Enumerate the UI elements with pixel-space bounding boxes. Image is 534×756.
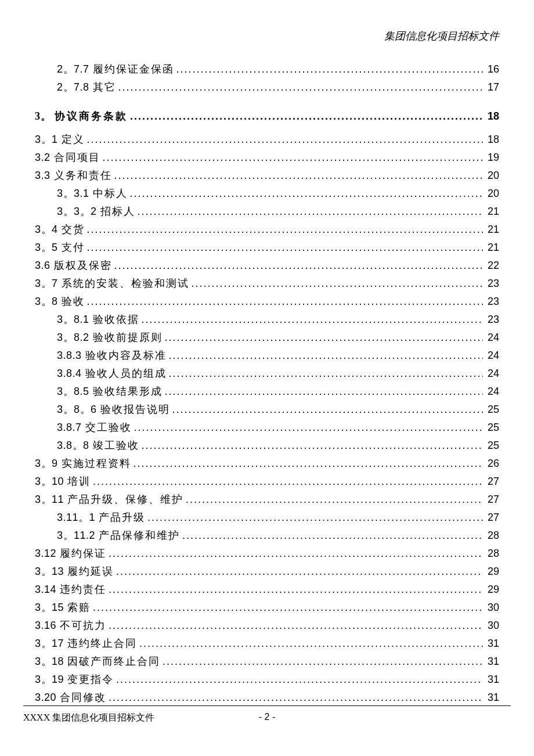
toc-entry-page: 19 — [485, 149, 499, 166]
toc-entry-page: 31 — [485, 671, 499, 688]
toc-entry-number: 3.8.4 — [57, 365, 82, 382]
toc-entry-title: 协议商务条款 — [55, 107, 128, 125]
toc-entry-number: 3.8。8 — [57, 437, 89, 454]
toc-entry-page: 23 — [485, 275, 499, 292]
toc-entry: 3.14违约责任29 — [35, 581, 499, 598]
toc-entry-title: 不可抗力 — [60, 617, 106, 634]
toc-entry-number: 3。17 — [35, 635, 64, 652]
toc-leader-dots — [109, 689, 483, 706]
toc-leader-dots — [109, 581, 483, 598]
toc-entry: 3。9实施过程资料26 — [35, 455, 499, 472]
toc-leader-dots — [139, 635, 483, 652]
toc-leader-dots — [87, 131, 483, 148]
toc-entry: 3。协议商务条款18 — [35, 107, 499, 125]
toc-entry-title: 系统的安装、检验和测试 — [62, 275, 189, 292]
toc-entry-page: 23 — [485, 293, 499, 310]
toc-entry-number: 3.12 — [35, 545, 56, 562]
toc-entry-page: 22 — [485, 257, 499, 274]
toc-entry: 3。8验收23 — [35, 293, 499, 310]
toc-entry-title: 中标人 — [93, 185, 128, 202]
toc-leader-dots — [87, 239, 483, 256]
toc-entry-title: 交工验收 — [85, 419, 132, 436]
toc-entry: 3。17违约终止合同31 — [35, 635, 499, 652]
toc-entry-number: 3.14 — [35, 581, 56, 598]
toc-leader-dots — [192, 275, 483, 292]
toc-entry: 3。18因破产而终止合同31 — [35, 653, 499, 670]
toc-entry-page: 28 — [485, 527, 499, 544]
toc-entry-page: 24 — [485, 365, 499, 382]
toc-leader-dots — [87, 221, 483, 238]
toc-entry-title: 交货 — [62, 221, 85, 238]
footer-right-spacer — [348, 712, 511, 724]
toc-entry-number: 3.2 — [35, 149, 50, 166]
toc-leader-dots — [134, 419, 483, 436]
toc-entry-title: 违约终止合同 — [67, 635, 137, 652]
toc-entry-number: 3.8.7 — [57, 419, 82, 436]
toc-entry-title: 因破产而终止合同 — [67, 653, 160, 670]
toc-entry: 3.3义务和责任20 — [35, 167, 499, 184]
toc-entry-number: 3.20 — [35, 689, 56, 706]
toc-entry: 3。4交货21 — [35, 221, 499, 238]
toc-leader-dots — [130, 107, 483, 125]
toc-entry: 3.8.3验收内容及标准24 — [35, 347, 499, 364]
toc-entry-title: 支付 — [62, 239, 85, 256]
toc-entry: 3.2合同项目19 — [35, 149, 499, 166]
toc-entry: 3。11产品升级、保修、维护27 — [35, 491, 499, 508]
toc-entry-number: 3。18 — [35, 653, 64, 670]
toc-entry-page: 28 — [485, 545, 499, 562]
toc-entry-title: 合同项目 — [54, 149, 100, 166]
toc-leader-dots — [182, 527, 483, 544]
toc-entry-page: 30 — [485, 599, 499, 616]
toc-leader-dots — [142, 311, 483, 328]
toc-leader-dots — [186, 491, 483, 508]
toc-leader-dots — [87, 293, 483, 310]
toc-entry-page: 25 — [485, 401, 499, 418]
toc-leader-dots — [116, 563, 483, 580]
toc-entry: 3.11。1产品升级27 — [35, 509, 499, 526]
toc-entry-page: 21 — [485, 203, 499, 220]
toc-entry-title: 验收前提原则 — [93, 329, 163, 346]
toc-entry-number: 3。9 — [35, 455, 58, 472]
toc-entry-number: 3。1 — [35, 131, 58, 148]
toc-entry-page: 24 — [485, 329, 499, 346]
toc-entry-title: 验收结果形成 — [93, 383, 163, 400]
toc-entry: 3。5支付21 — [35, 239, 499, 256]
toc-entry-title: 履约延误 — [67, 563, 114, 580]
toc-entry: 3.6版权及保密22 — [35, 257, 499, 274]
toc-entry: 3.12履约保证28 — [35, 545, 499, 562]
toc-leader-dots — [138, 203, 483, 220]
toc-entry-page: 30 — [485, 617, 499, 634]
toc-entry: 3。13履约延误29 — [35, 563, 499, 580]
footer-page-number: - 2 - — [186, 712, 348, 724]
footer-left-text: XXXX 集团信息化项目招标文件 — [23, 712, 186, 724]
toc-leader-dots — [176, 60, 483, 78]
toc-entry-page: 16 — [485, 60, 499, 78]
toc-leader-dots — [147, 509, 483, 526]
toc-entry-number: 3.16 — [35, 617, 56, 634]
toc-entry: 3.8.4验收人员的组成24 — [35, 365, 499, 382]
toc-entry-number: 3.6 — [35, 257, 50, 274]
toc-entry-number: 3。3。2 — [57, 203, 97, 220]
toc-leader-dots — [134, 455, 483, 472]
toc-entry-title: 变更指令 — [67, 671, 114, 688]
toc-leader-dots — [103, 149, 483, 166]
toc-leader-dots — [93, 473, 483, 490]
toc-leader-dots — [114, 167, 483, 184]
toc-leader-dots — [116, 671, 483, 688]
toc-entry: 3。11.2产品保修和维护28 — [35, 527, 499, 544]
toc-entry-title: 验收人员的组成 — [85, 365, 167, 382]
toc-entry: 2。7.7履约保证金保函16 — [35, 60, 499, 78]
toc-entry-page: 18 — [485, 131, 499, 148]
toc-entry: 3。8.5验收结果形成24 — [35, 383, 499, 400]
toc-entry-number: 3。8。6 — [57, 401, 97, 418]
toc-entry-number: 3。11 — [35, 491, 64, 508]
toc-entry-title: 产品升级 — [99, 509, 145, 526]
toc-leader-dots — [118, 78, 483, 96]
toc-entry-number: 3.3 — [35, 167, 50, 184]
toc-entry: 3。10培训27 — [35, 473, 499, 490]
toc-entry-number: 3。8.2 — [57, 329, 89, 346]
toc-entry-number: 3.11。1 — [57, 509, 95, 526]
toc-entry-page: 24 — [485, 347, 499, 364]
page-footer: XXXX 集团信息化项目招标文件 - 2 - — [23, 705, 511, 724]
toc-entry-number: 3。10 — [35, 473, 64, 490]
